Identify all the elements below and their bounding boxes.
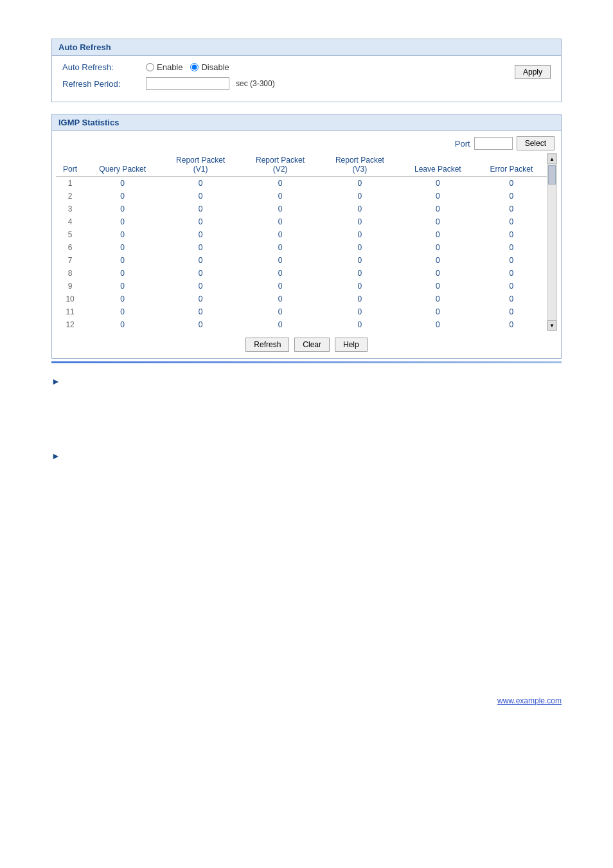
- data-cell: 0: [476, 177, 547, 190]
- data-cell: 0: [400, 280, 476, 293]
- auto-refresh-section: Auto Refresh Auto Refresh: Enable Disabl…: [51, 39, 562, 102]
- table-row: 11000000: [56, 305, 547, 318]
- disable-option[interactable]: Disable: [190, 62, 229, 72]
- data-cell: 0: [161, 293, 240, 305]
- data-cell: 0: [84, 305, 161, 318]
- data-cell: 0: [161, 254, 240, 267]
- data-cell: 0: [320, 190, 400, 203]
- data-cell: 0: [84, 190, 161, 203]
- data-cell: 0: [240, 177, 320, 190]
- port-input[interactable]: [474, 137, 513, 150]
- data-cell: 0: [240, 318, 320, 331]
- data-cell: 0: [161, 203, 240, 215]
- scroll-down-btn[interactable]: ▼: [547, 320, 556, 330]
- port-cell: 11: [56, 305, 84, 318]
- table-row: 8000000: [56, 267, 547, 280]
- enable-radio[interactable]: [146, 63, 154, 71]
- refresh-period-row: Refresh Period: sec (3-300): [62, 77, 275, 90]
- col-v1: Report Packet(V1): [161, 153, 240, 177]
- data-cell: 0: [240, 228, 320, 241]
- port-cell: 2: [56, 190, 84, 203]
- table-scroll-area: Port Query Packet Report Packet(V1) Repo…: [56, 153, 547, 331]
- data-cell: 0: [400, 203, 476, 215]
- data-cell: 0: [161, 305, 240, 318]
- data-cell: 0: [400, 177, 476, 190]
- data-cell: 0: [476, 228, 547, 241]
- table-row: 1000000: [56, 177, 547, 190]
- refresh-period-label: Refresh Period:: [62, 79, 139, 89]
- data-cell: 0: [240, 305, 320, 318]
- port-cell: 12: [56, 318, 84, 331]
- scroll-up-btn[interactable]: ▲: [547, 154, 556, 164]
- footer-link[interactable]: www.example.com: [497, 696, 562, 705]
- port-cell: 3: [56, 203, 84, 215]
- data-cell: 0: [240, 293, 320, 305]
- data-cell: 0: [400, 228, 476, 241]
- data-cell: 0: [161, 318, 240, 331]
- data-cell: 0: [240, 203, 320, 215]
- port-label: Port: [455, 139, 470, 149]
- data-cell: 0: [240, 190, 320, 203]
- table-scrollbar[interactable]: ▲ ▼: [547, 153, 557, 331]
- data-cell: 0: [240, 215, 320, 228]
- refresh-button[interactable]: Refresh: [245, 338, 289, 352]
- data-cell: 0: [161, 241, 240, 254]
- data-cell: 0: [476, 318, 547, 331]
- data-cell: 0: [476, 293, 547, 305]
- select-button[interactable]: Select: [517, 136, 555, 150]
- scroll-thumb[interactable]: [548, 165, 556, 185]
- arrow-2: ►: [51, 451, 562, 461]
- col-v3: Report Packet(V3): [320, 153, 400, 177]
- data-cell: 0: [320, 228, 400, 241]
- data-cell: 0: [84, 267, 161, 280]
- table-row: 5000000: [56, 228, 547, 241]
- data-cell: 0: [400, 267, 476, 280]
- port-cell: 1: [56, 177, 84, 190]
- help-button[interactable]: Help: [335, 338, 368, 352]
- auto-refresh-row: Auto Refresh: Enable Disable: [62, 62, 275, 72]
- port-cell: 5: [56, 228, 84, 241]
- data-cell: 0: [240, 280, 320, 293]
- data-cell: 0: [320, 241, 400, 254]
- refresh-period-input[interactable]: [146, 77, 229, 90]
- enable-option[interactable]: Enable: [146, 62, 182, 72]
- data-cell: 0: [400, 305, 476, 318]
- page-wrapper: Auto Refresh Auto Refresh: Enable Disabl…: [0, 0, 613, 757]
- clear-button[interactable]: Clear: [294, 338, 330, 352]
- data-cell: 0: [161, 215, 240, 228]
- data-cell: 0: [84, 280, 161, 293]
- data-cell: 0: [400, 241, 476, 254]
- data-cell: 0: [161, 190, 240, 203]
- port-cell: 9: [56, 280, 84, 293]
- col-v2: Report Packet(V2): [240, 153, 320, 177]
- table-row: 2000000: [56, 190, 547, 203]
- data-cell: 0: [476, 254, 547, 267]
- data-cell: 0: [84, 254, 161, 267]
- data-cell: 0: [320, 215, 400, 228]
- data-cell: 0: [476, 267, 547, 280]
- data-cell: 0: [320, 318, 400, 331]
- data-cell: 0: [476, 241, 547, 254]
- col-port: Port: [56, 153, 84, 177]
- radio-group: Enable Disable: [146, 62, 229, 72]
- data-cell: 0: [320, 177, 400, 190]
- igmp-stats-title: IGMP Statistics: [52, 114, 561, 131]
- apply-button[interactable]: Apply: [515, 65, 551, 79]
- data-cell: 0: [84, 318, 161, 331]
- data-cell: 0: [240, 267, 320, 280]
- data-cell: 0: [400, 254, 476, 267]
- disable-radio[interactable]: [190, 63, 199, 71]
- igmp-button-row: Refresh Clear Help: [52, 331, 561, 358]
- table-row: 9000000: [56, 280, 547, 293]
- table-outer: Port Query Packet Report Packet(V1) Repo…: [56, 153, 557, 331]
- col-error: Error Packet: [476, 153, 547, 177]
- data-cell: 0: [320, 203, 400, 215]
- scroll-track: [547, 164, 556, 320]
- table-row: 10000000: [56, 293, 547, 305]
- col-leave: Leave Packet: [400, 153, 476, 177]
- data-cell: 0: [476, 215, 547, 228]
- data-cell: 0: [400, 318, 476, 331]
- period-suffix: sec (3-300): [236, 79, 275, 88]
- data-cell: 0: [240, 254, 320, 267]
- data-cell: 0: [476, 203, 547, 215]
